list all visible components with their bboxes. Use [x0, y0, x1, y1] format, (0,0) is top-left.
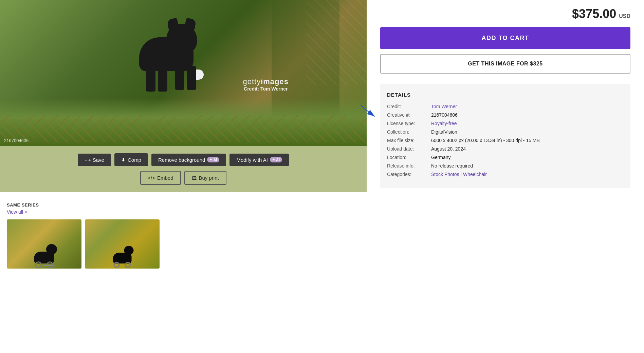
price-currency: USD	[619, 13, 630, 19]
details-title: DETAILS	[387, 92, 624, 98]
detail-row-categories: Categories: Stock Photos | Wheelchair	[387, 172, 624, 177]
dog-body	[139, 37, 194, 71]
detail-row-collection: Collection: DigitalVision	[387, 129, 624, 135]
detail-value-license[interactable]: Royalty-free	[431, 121, 457, 126]
add-to-cart-button[interactable]: ADD TO CART	[380, 27, 630, 49]
detail-row-release: Release info: No release required	[387, 163, 624, 169]
remove-background-button[interactable]: Remove background AI	[151, 154, 226, 166]
detail-label-credit: Credit:	[387, 104, 428, 109]
detail-label-maxfile: Max file size:	[387, 138, 428, 143]
detail-value-location: Germany	[431, 155, 451, 160]
detail-label-collection: Collection:	[387, 129, 428, 135]
dog-leg	[187, 66, 196, 90]
dog-leg	[158, 68, 167, 92]
detail-label-categories: Categories:	[387, 172, 428, 177]
detail-row-location: Location: Germany	[387, 155, 624, 160]
details-section: DETAILS Credit: Tom Werner Creative #: 2…	[380, 84, 630, 188]
watermark-logo: gettyimages	[243, 77, 289, 86]
comp-button[interactable]: ⬇ Comp	[114, 153, 148, 166]
categories-wheelchair-link[interactable]: Wheelchair	[463, 172, 487, 177]
main-image: gettyimages Credit: Tom Werner 216700460…	[0, 0, 367, 146]
detail-value-maxfile: 6000 x 4002 px (20.00 x 13.34 in) - 300 …	[431, 138, 540, 143]
thumbnail-2[interactable]	[85, 219, 160, 269]
right-column: $375.00 USD ADD TO CART GET THIS IMAGE F…	[367, 0, 644, 275]
detail-label-upload: Upload date:	[387, 146, 428, 152]
modify-with-ai-button[interactable]: Modify with AI AI	[229, 154, 289, 166]
detail-label-creative: Creative #:	[387, 112, 428, 118]
toolbar-row-1: + + Save ⬇ Comp Remove background AI Mod…	[78, 153, 289, 166]
same-series-label: SAME SERIES	[7, 202, 360, 208]
save-button[interactable]: + + Save	[78, 154, 111, 166]
thumb-image-2	[85, 219, 160, 269]
detail-row-creative: Creative #: 2167004606	[387, 112, 624, 118]
get-image-button[interactable]: GET THIS IMAGE FOR $325	[380, 54, 630, 74]
detail-value-credit[interactable]: Tom Werner	[431, 104, 457, 109]
detail-row-credit: Credit: Tom Werner	[387, 104, 624, 109]
price-amount: $375.00	[572, 7, 616, 21]
detail-value-creative: 2167004606	[431, 112, 458, 118]
thumbnail-1[interactable]	[7, 219, 81, 269]
ai-badge-remove-bg: AI	[207, 157, 219, 162]
download-icon: ⬇	[121, 157, 126, 163]
dog-figure	[119, 10, 214, 125]
watermark-pattern	[306, 0, 367, 85]
toolbar-row-2: </> Embed 🖼 Buy print	[140, 171, 226, 185]
thumbnails-row	[7, 219, 360, 269]
embed-button[interactable]: </> Embed	[140, 171, 181, 185]
categories-stock-photos-link[interactable]: Stock Photos	[431, 172, 459, 177]
image-id: 2167004606	[4, 138, 29, 143]
plus-icon: +	[85, 157, 88, 163]
detail-value-collection: DigitalVision	[431, 129, 457, 135]
detail-row-maxfile: Max file size: 6000 x 4002 px (20.00 x 1…	[387, 138, 624, 143]
dog-leg	[175, 66, 184, 90]
watermark: gettyimages Credit: Tom Werner	[243, 77, 289, 92]
dog-leg	[146, 68, 155, 92]
detail-label-license: License type:	[387, 121, 428, 126]
detail-label-release: Release info:	[387, 163, 428, 169]
page-layout: gettyimages Credit: Tom Werner 216700460…	[0, 0, 644, 275]
ai-badge-modify: AI	[270, 157, 282, 162]
watermark-credit: Credit: Tom Werner	[243, 86, 289, 92]
blue-arrow-annotation	[355, 102, 382, 123]
detail-label-location: Location:	[387, 155, 428, 160]
view-all-link[interactable]: View all >	[7, 209, 27, 215]
detail-row-license: License type: Royalty-free	[387, 121, 624, 126]
detail-row-upload: Upload date: August 20, 2024	[387, 146, 624, 152]
toolbar-area: + + Save ⬇ Comp Remove background AI Mod…	[0, 146, 367, 192]
price-section: $375.00 USD	[380, 7, 630, 21]
detail-value-release: No release required	[431, 163, 473, 169]
image-icon: 🖼	[192, 175, 197, 181]
buy-print-button[interactable]: 🖼 Buy print	[184, 171, 226, 185]
detail-value-upload: August 20, 2024	[431, 146, 466, 152]
detail-value-categories[interactable]: Stock Photos | Wheelchair	[431, 172, 487, 177]
thumb-image-1	[7, 219, 81, 269]
main-image-container: gettyimages Credit: Tom Werner 216700460…	[0, 0, 367, 146]
same-series-section: SAME SERIES View all >	[0, 192, 367, 275]
code-icon: </>	[148, 175, 155, 181]
left-column: gettyimages Credit: Tom Werner 216700460…	[0, 0, 367, 275]
